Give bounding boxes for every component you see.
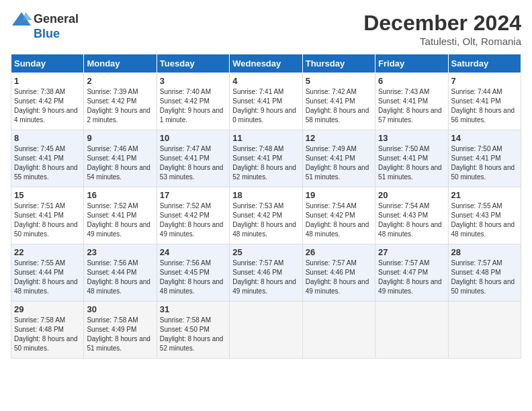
day-number: 24 [160,247,226,257]
logo: General Blue [11,11,79,41]
day-number: 3 [160,76,226,86]
calendar-cell: 24 Sunrise: 7:56 AM Sunset: 4:45 PM Dayl… [157,244,229,302]
calendar-cell [230,302,302,359]
day-number: 21 [451,190,518,200]
day-info: Sunrise: 7:47 AM Sunset: 4:41 PM Dayligh… [160,145,224,181]
day-info: Sunrise: 7:49 AM Sunset: 4:41 PM Dayligh… [306,145,369,181]
day-number: 25 [232,247,299,257]
day-info: Sunrise: 7:48 AM Sunset: 4:41 PM Dayligh… [232,145,296,181]
col-saturday: Saturday [448,54,521,73]
day-number: 19 [306,190,372,200]
calendar-cell: 23 Sunrise: 7:56 AM Sunset: 4:44 PM Dayl… [84,244,157,302]
day-info: Sunrise: 7:58 AM Sunset: 4:50 PM Dayligh… [160,316,224,352]
calendar-cell: 8 Sunrise: 7:45 AM Sunset: 4:41 PM Dayli… [11,130,84,187]
logo-icon [11,11,32,27]
day-info: Sunrise: 7:57 AM Sunset: 4:47 PM Dayligh… [378,259,442,295]
month-title: December 2024 [363,11,521,36]
day-number: 28 [451,247,518,257]
day-number: 26 [306,247,372,257]
day-info: Sunrise: 7:52 AM Sunset: 4:41 PM Dayligh… [87,202,150,238]
page-header: General Blue December 2024 Tatulesti, Ol… [11,11,521,47]
day-info: Sunrise: 7:57 AM Sunset: 4:48 PM Dayligh… [451,259,515,295]
calendar-cell: 30 Sunrise: 7:58 AM Sunset: 4:49 PM Dayl… [84,302,157,359]
day-number: 10 [160,133,226,143]
col-thursday: Thursday [302,54,375,73]
calendar-cell: 15 Sunrise: 7:51 AM Sunset: 4:41 PM Dayl… [11,187,84,244]
day-info: Sunrise: 7:44 AM Sunset: 4:41 PM Dayligh… [451,88,515,124]
day-number: 27 [378,247,445,257]
header-row: Sunday Monday Tuesday Wednesday Thursday… [11,54,521,73]
calendar-cell: 31 Sunrise: 7:58 AM Sunset: 4:50 PM Dayl… [157,302,229,359]
calendar-cell: 11 Sunrise: 7:48 AM Sunset: 4:41 PM Dayl… [230,130,302,187]
day-number: 11 [232,133,299,143]
day-info: Sunrise: 7:57 AM Sunset: 4:46 PM Dayligh… [232,259,296,295]
calendar-cell: 28 Sunrise: 7:57 AM Sunset: 4:48 PM Dayl… [448,244,521,302]
location: Tatulesti, Olt, Romania [363,36,521,47]
day-number: 12 [306,133,372,143]
day-info: Sunrise: 7:52 AM Sunset: 4:42 PM Dayligh… [160,202,224,238]
calendar-cell: 13 Sunrise: 7:50 AM Sunset: 4:41 PM Dayl… [375,130,448,187]
day-number: 14 [451,133,518,143]
day-info: Sunrise: 7:41 AM Sunset: 4:41 PM Dayligh… [232,88,296,124]
title-section: December 2024 Tatulesti, Olt, Romania [363,11,521,47]
calendar-cell: 17 Sunrise: 7:52 AM Sunset: 4:42 PM Dayl… [157,187,229,244]
col-wednesday: Wednesday [230,54,302,73]
svg-marker-1 [23,12,32,20]
day-info: Sunrise: 7:58 AM Sunset: 4:48 PM Dayligh… [14,316,78,352]
day-info: Sunrise: 7:56 AM Sunset: 4:45 PM Dayligh… [160,259,224,295]
calendar-cell [448,302,521,359]
day-number: 2 [87,76,153,86]
col-monday: Monday [84,54,157,73]
day-info: Sunrise: 7:55 AM Sunset: 4:43 PM Dayligh… [451,202,515,238]
calendar-cell: 19 Sunrise: 7:54 AM Sunset: 4:42 PM Dayl… [302,187,375,244]
day-info: Sunrise: 7:53 AM Sunset: 4:42 PM Dayligh… [232,202,296,238]
day-info: Sunrise: 7:57 AM Sunset: 4:46 PM Dayligh… [306,259,369,295]
logo-blue: Blue [34,27,60,41]
calendar-cell: 21 Sunrise: 7:55 AM Sunset: 4:43 PM Dayl… [448,187,521,244]
day-number: 7 [451,76,518,86]
calendar-cell: 1 Sunrise: 7:38 AM Sunset: 4:42 PM Dayli… [11,73,84,130]
calendar-cell: 27 Sunrise: 7:57 AM Sunset: 4:47 PM Dayl… [375,244,448,302]
calendar-cell: 20 Sunrise: 7:54 AM Sunset: 4:43 PM Dayl… [375,187,448,244]
calendar-cell: 2 Sunrise: 7:39 AM Sunset: 4:42 PM Dayli… [84,73,157,130]
day-info: Sunrise: 7:43 AM Sunset: 4:41 PM Dayligh… [378,88,442,124]
calendar-table: Sunday Monday Tuesday Wednesday Thursday… [11,54,521,359]
col-tuesday: Tuesday [157,54,229,73]
calendar-cell: 6 Sunrise: 7:43 AM Sunset: 4:41 PM Dayli… [375,73,448,130]
day-number: 31 [160,304,226,314]
day-info: Sunrise: 7:50 AM Sunset: 4:41 PM Dayligh… [451,145,515,181]
day-number: 6 [378,76,445,86]
day-info: Sunrise: 7:42 AM Sunset: 4:41 PM Dayligh… [306,88,369,124]
calendar-cell: 16 Sunrise: 7:52 AM Sunset: 4:41 PM Dayl… [84,187,157,244]
calendar-cell: 18 Sunrise: 7:53 AM Sunset: 4:42 PM Dayl… [230,187,302,244]
day-number: 1 [14,76,81,86]
day-info: Sunrise: 7:38 AM Sunset: 4:42 PM Dayligh… [14,88,78,124]
calendar-cell: 10 Sunrise: 7:47 AM Sunset: 4:41 PM Dayl… [157,130,229,187]
calendar-cell: 9 Sunrise: 7:46 AM Sunset: 4:41 PM Dayli… [84,130,157,187]
calendar-cell: 12 Sunrise: 7:49 AM Sunset: 4:41 PM Dayl… [302,130,375,187]
week-row-1: 1 Sunrise: 7:38 AM Sunset: 4:42 PM Dayli… [11,73,521,130]
week-row-2: 8 Sunrise: 7:45 AM Sunset: 4:41 PM Dayli… [11,130,521,187]
day-info: Sunrise: 7:54 AM Sunset: 4:42 PM Dayligh… [306,202,369,238]
day-number: 8 [14,133,81,143]
calendar-cell: 25 Sunrise: 7:57 AM Sunset: 4:46 PM Dayl… [230,244,302,302]
day-info: Sunrise: 7:58 AM Sunset: 4:49 PM Dayligh… [87,316,150,352]
day-info: Sunrise: 7:39 AM Sunset: 4:42 PM Dayligh… [87,88,150,124]
day-number: 22 [14,247,81,257]
day-info: Sunrise: 7:55 AM Sunset: 4:44 PM Dayligh… [14,259,78,295]
col-sunday: Sunday [11,54,84,73]
day-number: 17 [160,190,226,200]
calendar-cell: 7 Sunrise: 7:44 AM Sunset: 4:41 PM Dayli… [448,73,521,130]
calendar-cell: 5 Sunrise: 7:42 AM Sunset: 4:41 PM Dayli… [302,73,375,130]
col-friday: Friday [375,54,448,73]
week-row-5: 29 Sunrise: 7:58 AM Sunset: 4:48 PM Dayl… [11,302,521,359]
day-number: 18 [232,190,299,200]
calendar-cell: 22 Sunrise: 7:55 AM Sunset: 4:44 PM Dayl… [11,244,84,302]
day-number: 16 [87,190,153,200]
day-number: 9 [87,133,153,143]
day-info: Sunrise: 7:45 AM Sunset: 4:41 PM Dayligh… [14,145,78,181]
week-row-3: 15 Sunrise: 7:51 AM Sunset: 4:41 PM Dayl… [11,187,521,244]
calendar-cell [375,302,448,359]
day-number: 15 [14,190,81,200]
day-info: Sunrise: 7:46 AM Sunset: 4:41 PM Dayligh… [87,145,150,181]
